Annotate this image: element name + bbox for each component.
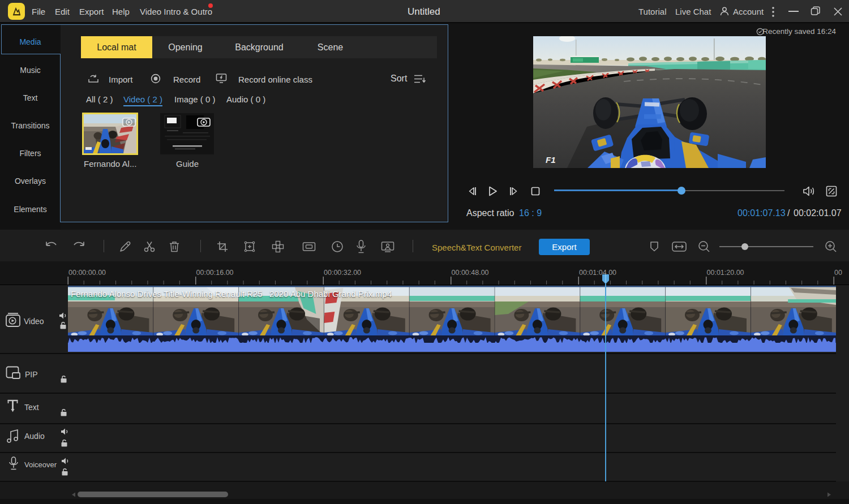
svg-text:00:00:00.00: 00:00:00.00	[68, 269, 106, 277]
svg-text:00:00:16.00: 00:00:16.00	[196, 269, 234, 277]
svg-text:00:01:20.00: 00:01:20.00	[707, 269, 744, 277]
svg-text:F1: F1	[546, 155, 556, 165]
svg-text:00:00:48.00: 00:00:48.00	[452, 269, 489, 277]
svg-text:00:01:04.00: 00:01:04.00	[579, 269, 616, 277]
svg-text:00: 00	[834, 269, 842, 277]
svg-text:00:00:32.00: 00:00:32.00	[324, 269, 361, 277]
